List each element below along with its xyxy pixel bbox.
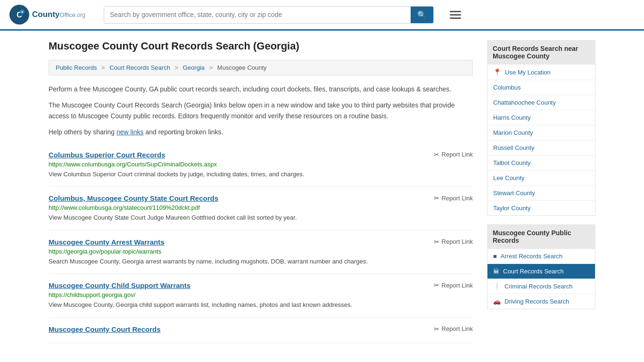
- public-records-list: ■ Arrest Records Search 🏛 Court Records …: [487, 249, 595, 309]
- report-link-icon: ✂: [434, 238, 439, 246]
- content-area: Muscogee County Court Records Search (Ge…: [49, 40, 473, 343]
- result-header: Muscogee County Court Records ✂ Report L…: [49, 325, 473, 333]
- new-links-link[interactable]: new links: [116, 128, 144, 136]
- search-bar: 🔍: [104, 6, 434, 24]
- search-button[interactable]: 🔍: [411, 7, 433, 23]
- nearby-list-item[interactable]: Columbus: [487, 80, 595, 95]
- breadcrumb: Public Records > Court Records Search > …: [49, 60, 473, 75]
- nearby-list-item[interactable]: Lee County: [487, 171, 595, 186]
- result-item: Columbus Superior Court Records ✂ Report…: [49, 143, 473, 187]
- report-link[interactable]: ✂ Report Link: [434, 281, 473, 289]
- result-title[interactable]: Muscogee County Arrest Warrants: [49, 238, 165, 246]
- nearby-link[interactable]: Chattahoochee County: [487, 95, 595, 110]
- logo-text: CountyOffice.org: [32, 10, 85, 19]
- results-container: Columbus Superior Court Records ✂ Report…: [49, 143, 473, 343]
- nearby-link[interactable]: Russell County: [487, 140, 595, 155]
- header: C ✦ CountyOffice.org 🔍: [0, 0, 644, 31]
- nearby-link[interactable]: Stewart County: [487, 186, 595, 200]
- public-records-link[interactable]: ■ Arrest Records Search: [487, 249, 595, 263]
- public-records-list-item[interactable]: ❕ Criminal Records Search: [487, 279, 595, 294]
- report-link-icon: ✂: [434, 151, 439, 158]
- result-item: Columbus, Muscogee County State Court Re…: [49, 187, 473, 230]
- result-title[interactable]: Columbus, Muscogee County State Court Re…: [49, 194, 218, 202]
- public-records-list-item[interactable]: 🚗 Driving Records Search: [487, 294, 595, 309]
- description-1: Perform a free Muscogee County, GA publi…: [49, 84, 473, 94]
- nearby-link[interactable]: Lee County: [487, 171, 595, 185]
- result-title[interactable]: Muscogee County Court Records: [49, 325, 161, 333]
- use-my-location-link[interactable]: 📍 Use My Location: [487, 65, 595, 80]
- report-link[interactable]: ✂ Report Link: [434, 151, 473, 158]
- description-3: Help others by sharing new links and rep…: [49, 127, 473, 137]
- breadcrumb-court-records-search[interactable]: Court Records Search: [109, 64, 170, 71]
- page-title: Muscogee County Court Records Search (Ge…: [49, 40, 473, 52]
- result-item: Muscogee County Court Records ✂ Report L…: [49, 318, 473, 343]
- report-link[interactable]: ✂ Report Link: [434, 325, 473, 333]
- public-records-list-item[interactable]: 🏛 Court Records Search: [487, 264, 595, 279]
- search-input[interactable]: [104, 7, 411, 22]
- report-link[interactable]: ✂ Report Link: [434, 194, 473, 202]
- result-url[interactable]: https://childsupport.georgia.gov/: [49, 291, 473, 298]
- main-container: Muscogee County Court Records Search (Ge…: [39, 31, 605, 353]
- nearby-link[interactable]: Marion County: [487, 125, 595, 140]
- location-icon: 📍: [493, 68, 501, 76]
- hamburger-menu-button[interactable]: [448, 9, 463, 21]
- public-records-icon: 🏛: [493, 268, 499, 275]
- public-records-icon: ❕: [493, 283, 501, 290]
- public-records-icon: ■: [493, 253, 497, 260]
- nearby-link[interactable]: Harris County: [487, 110, 595, 125]
- result-item: Muscogee County Child Support Warrants ✂…: [49, 274, 473, 318]
- report-link-icon: ✂: [434, 194, 439, 202]
- public-records-link[interactable]: ❕ Criminal Records Search: [487, 279, 595, 294]
- result-description: View Muscogee County, Georgia child supp…: [49, 300, 473, 310]
- breadcrumb-georgia[interactable]: Georgia: [183, 64, 205, 71]
- public-records-section-title: Muscogee County Public Records: [487, 224, 595, 249]
- result-header: Muscogee County Arrest Warrants ✂ Report…: [49, 238, 473, 246]
- result-header: Muscogee County Child Support Warrants ✂…: [49, 281, 473, 289]
- report-link[interactable]: ✂ Report Link: [434, 238, 473, 246]
- use-my-location-item[interactable]: 📍 Use My Location: [487, 65, 595, 80]
- nearby-link[interactable]: Taylor County: [487, 201, 595, 215]
- svg-text:✦: ✦: [21, 10, 24, 14]
- logo-area: C ✦ CountyOffice.org: [9, 5, 94, 25]
- report-link-icon: ✂: [434, 325, 439, 333]
- result-header: Columbus Superior Court Records ✂ Report…: [49, 151, 473, 159]
- report-link-icon: ✂: [434, 281, 439, 289]
- nearby-link[interactable]: Talbot County: [487, 156, 595, 170]
- nearby-list-item[interactable]: Chattahoochee County: [487, 95, 595, 110]
- nearby-section-title: Court Records Search near Muscogee Count…: [487, 40, 595, 65]
- result-url[interactable]: http://www.columbusga.org/statecourt/110…: [49, 204, 473, 211]
- breadcrumb-current: Muscogee County: [217, 64, 267, 71]
- result-description: View Muscogee County State Court Judge M…: [49, 213, 473, 222]
- result-url[interactable]: https://www.columbusga.org/Courts/SupCri…: [49, 161, 473, 168]
- result-item: Muscogee County Arrest Warrants ✂ Report…: [49, 230, 473, 274]
- nearby-list-item[interactable]: Talbot County: [487, 156, 595, 171]
- result-url[interactable]: https://georgia.gov/popular-topic/warran…: [49, 248, 473, 255]
- nearby-list-item[interactable]: Marion County: [487, 125, 595, 140]
- breadcrumb-public-records[interactable]: Public Records: [56, 64, 97, 71]
- result-description: Search Muscogee County, Georgia arrest w…: [49, 257, 473, 266]
- result-title[interactable]: Muscogee County Child Support Warrants: [49, 281, 190, 289]
- nearby-list-item[interactable]: Stewart County: [487, 186, 595, 201]
- result-header: Columbus, Muscogee County State Court Re…: [49, 194, 473, 202]
- public-records-link[interactable]: 🚗 Driving Records Search: [487, 294, 595, 309]
- nearby-link[interactable]: Columbus: [487, 80, 595, 95]
- nearby-list-item[interactable]: Russell County: [487, 140, 595, 156]
- nearby-list: 📍 Use My Location ColumbusChattahoochee …: [487, 65, 595, 216]
- result-title[interactable]: Columbus Superior Court Records: [49, 151, 165, 159]
- result-description: View Columbus Superior Court criminal do…: [49, 170, 473, 179]
- public-records-list-item[interactable]: ■ Arrest Records Search: [487, 249, 595, 264]
- sidebar: Court Records Search near Muscogee Count…: [487, 40, 595, 343]
- public-records-icon: 🚗: [493, 298, 501, 305]
- public-records-link[interactable]: 🏛 Court Records Search: [487, 264, 595, 279]
- nearby-list-item[interactable]: Harris County: [487, 110, 595, 125]
- logo-icon: C ✦: [9, 5, 29, 25]
- nearby-list-item[interactable]: Taylor County: [487, 201, 595, 215]
- description-2: The Muscogee County Court Records Search…: [49, 100, 473, 121]
